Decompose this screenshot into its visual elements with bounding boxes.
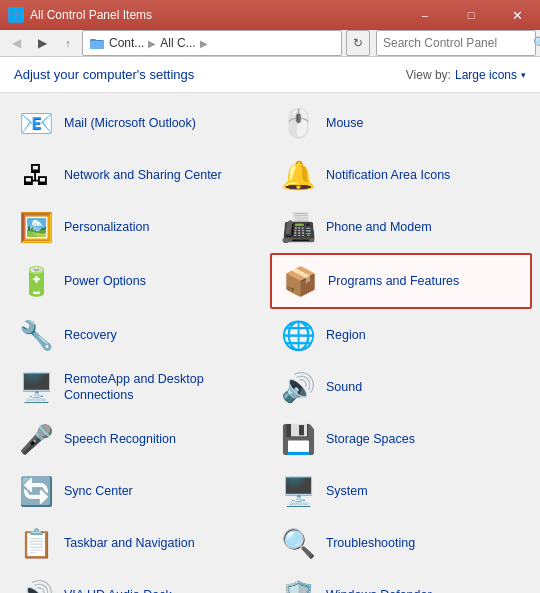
search-input[interactable]: [383, 36, 533, 50]
list-item[interactable]: 📋Taskbar and Navigation: [8, 517, 270, 569]
list-item[interactable]: 🖱️Mouse: [270, 97, 532, 149]
phone-label: Phone and Modem: [326, 219, 432, 235]
list-item[interactable]: 🔄Sync Center: [8, 465, 270, 517]
path-part2: All C...: [160, 36, 195, 50]
view-by-control[interactable]: View by: Large icons ▾: [406, 68, 526, 82]
speech-icon: 🎤: [18, 421, 54, 457]
windows-icon: 🛡️: [280, 577, 316, 593]
system-icon: 🖥️: [280, 473, 316, 509]
phone-icon: 📠: [280, 209, 316, 245]
speech-label: Speech Recognition: [64, 431, 176, 447]
recovery-label: Recovery: [64, 327, 117, 343]
path-sep1: ▶: [148, 38, 156, 49]
personalization-label: Personalization: [64, 219, 149, 235]
content-area: Adjust your computer's settings View by:…: [0, 57, 540, 593]
svg-rect-6: [90, 41, 104, 49]
forward-button[interactable]: ▶: [30, 31, 54, 55]
items-container: 📧Mail (Microsoft Outlook)🖱️Mouse🖧Network…: [0, 93, 540, 593]
programs-icon: 📦: [282, 263, 318, 299]
trouble-icon: 🔍: [280, 525, 316, 561]
mouse-label: Mouse: [326, 115, 364, 131]
via-label: VIA HD Audio Deck: [64, 587, 172, 593]
windows-label: Windows Defender: [326, 587, 432, 593]
personalization-icon: 🖼️: [18, 209, 54, 245]
storage-icon: 💾: [280, 421, 316, 457]
storage-label: Storage Spaces: [326, 431, 415, 447]
items-grid: 📧Mail (Microsoft Outlook)🖱️Mouse🖧Network…: [8, 97, 532, 593]
sync-icon: 🔄: [18, 473, 54, 509]
list-item[interactable]: 🖥️System: [270, 465, 532, 517]
svg-rect-0: [9, 8, 15, 14]
taskbar-icon: 📋: [18, 525, 54, 561]
search-box[interactable]: 🔍: [376, 30, 536, 56]
list-item[interactable]: 🛡️Windows Defender: [270, 569, 532, 593]
sound-icon: 🔊: [280, 369, 316, 405]
system-label: System: [326, 483, 368, 499]
list-item[interactable]: 🔊VIA HD Audio Deck: [8, 569, 270, 593]
notification-icon: 🔔: [280, 157, 316, 193]
list-item[interactable]: 🔍Troubleshooting: [270, 517, 532, 569]
mail-label: Mail (Microsoft Outlook): [64, 115, 196, 131]
trouble-label: Troubleshooting: [326, 535, 415, 551]
list-item[interactable]: 🖧Network and Sharing Center: [8, 149, 270, 201]
taskbar-label: Taskbar and Navigation: [64, 535, 195, 551]
page-heading: Adjust your computer's settings: [14, 67, 194, 82]
search-icon: 🔍: [533, 36, 540, 50]
recovery-icon: 🔧: [18, 317, 54, 353]
mouse-icon: 🖱️: [280, 105, 316, 141]
list-item[interactable]: 🔋Power Options: [8, 253, 270, 309]
list-item[interactable]: 🔊Sound: [270, 361, 532, 413]
app-icon: [8, 7, 24, 23]
list-item[interactable]: 🔧Recovery: [8, 309, 270, 361]
back-button[interactable]: ◀: [4, 31, 28, 55]
chevron-down-icon: ▾: [521, 70, 526, 80]
svg-rect-2: [9, 16, 15, 22]
list-item[interactable]: 📧Mail (Microsoft Outlook): [8, 97, 270, 149]
sound-label: Sound: [326, 379, 362, 395]
up-button[interactable]: ↑: [56, 31, 80, 55]
remoteapp-icon: 🖥️: [18, 369, 54, 405]
path-part1: Cont...: [109, 36, 144, 50]
via-icon: 🔊: [18, 577, 54, 593]
list-item[interactable]: 🖼️Personalization: [8, 201, 270, 253]
svg-rect-3: [17, 16, 23, 22]
refresh-button[interactable]: ↻: [346, 30, 370, 56]
folder-icon: [89, 35, 105, 51]
view-by-label: View by:: [406, 68, 451, 82]
view-by-value[interactable]: Large icons: [455, 68, 517, 82]
list-item[interactable]: 📦Programs and Features: [270, 253, 532, 309]
address-path[interactable]: Cont... ▶ All C... ▶: [82, 30, 342, 56]
region-icon: 🌐: [280, 317, 316, 353]
mail-icon: 📧: [18, 105, 54, 141]
title-bar-left: All Control Panel Items: [8, 7, 152, 23]
sync-label: Sync Center: [64, 483, 133, 499]
list-item[interactable]: 🖥️RemoteApp and Desktop Connections: [8, 361, 270, 413]
region-label: Region: [326, 327, 366, 343]
list-item[interactable]: 📠Phone and Modem: [270, 201, 532, 253]
notification-label: Notification Area Icons: [326, 167, 450, 183]
title-bar: All Control Panel Items – □ ✕: [0, 0, 540, 30]
path-sep2: ▶: [200, 38, 208, 49]
svg-rect-1: [17, 8, 23, 14]
close-button[interactable]: ✕: [494, 0, 540, 30]
heading-bar: Adjust your computer's settings View by:…: [0, 57, 540, 93]
power-icon: 🔋: [18, 263, 54, 299]
remoteapp-label: RemoteApp and Desktop Connections: [64, 371, 260, 404]
network-icon: 🖧: [18, 157, 54, 193]
power-label: Power Options: [64, 273, 146, 289]
maximize-button[interactable]: □: [448, 0, 494, 30]
programs-label: Programs and Features: [328, 273, 459, 289]
list-item[interactable]: 🔔Notification Area Icons: [270, 149, 532, 201]
list-item[interactable]: 💾Storage Spaces: [270, 413, 532, 465]
minimize-button[interactable]: –: [402, 0, 448, 30]
list-item[interactable]: 🌐Region: [270, 309, 532, 361]
address-bar: ◀ ▶ ↑ Cont... ▶ All C... ▶ ↻ 🔍: [0, 30, 540, 57]
list-item[interactable]: 🎤Speech Recognition: [8, 413, 270, 465]
app-window: All Control Panel Items – □ ✕ ◀ ▶ ↑ Cont…: [0, 0, 540, 593]
network-label: Network and Sharing Center: [64, 167, 222, 183]
window-title: All Control Panel Items: [30, 8, 152, 22]
window-controls: – □ ✕: [402, 0, 540, 30]
